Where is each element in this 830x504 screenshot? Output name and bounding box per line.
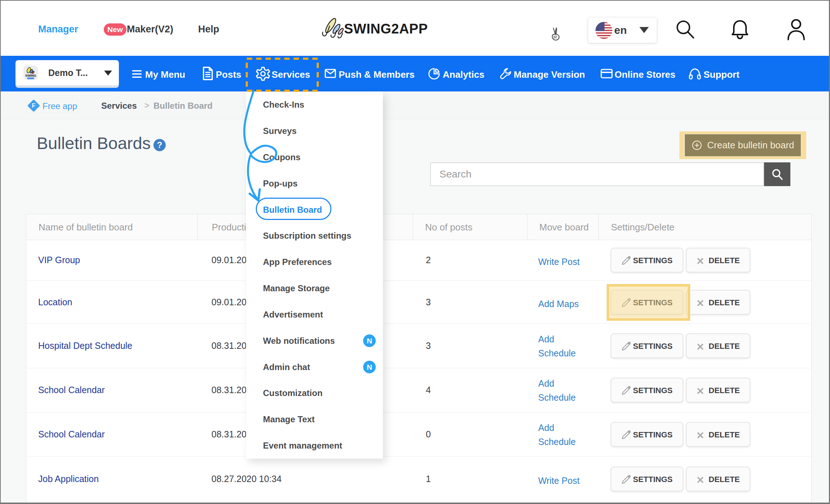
- svg-text:SWING: SWING: [25, 74, 36, 77]
